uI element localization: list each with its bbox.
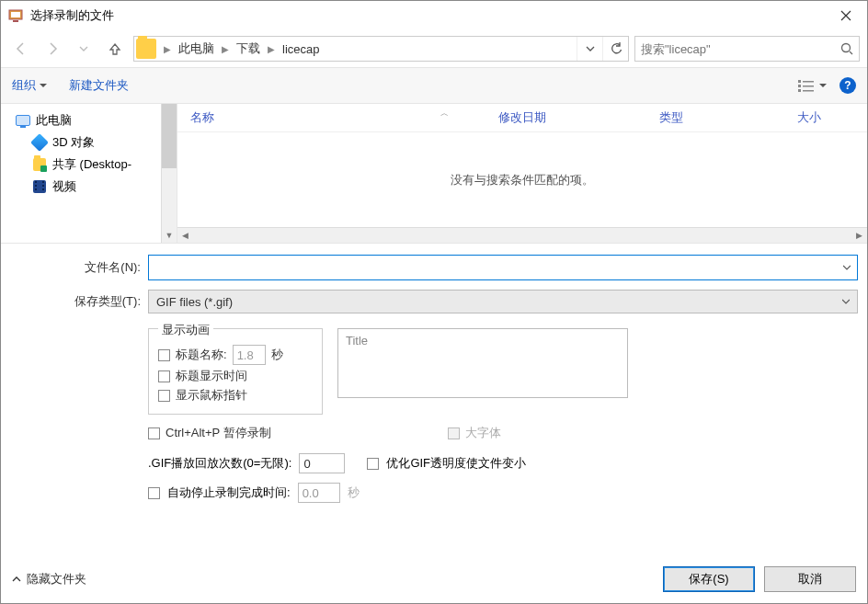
options-panel: 显示动画 标题名称: 1.8 秒 标题显示时间 显示鼠标指针 Ti <box>1 323 867 503</box>
help-button[interactable]: ? <box>839 77 856 94</box>
refresh-button[interactable] <box>602 37 628 61</box>
svg-rect-1 <box>11 12 20 17</box>
new-folder-button[interactable]: 新建文件夹 <box>69 77 129 94</box>
tree-scrollbar[interactable]: ▲ ▼ <box>161 104 177 243</box>
column-size[interactable]: 大小 <box>784 109 867 126</box>
title-name-checkbox[interactable] <box>158 349 170 361</box>
list-hscrollbar[interactable]: ◀ ▶ <box>177 227 867 243</box>
column-type[interactable]: 类型 <box>646 109 784 126</box>
hide-folders-label: 隐藏文件夹 <box>27 571 86 587</box>
loop-count-input[interactable]: 0 <box>299 453 345 473</box>
cancel-button[interactable]: 取消 <box>764 566 856 592</box>
save-type-value: GIF files (*.gif) <box>156 295 233 309</box>
show-cursor-label: 显示鼠标指针 <box>176 387 247 404</box>
explorer-body: 此电脑 3D 对象 共享 (Desktop- 视频 ▲ ▼ 名称 <box>1 104 867 244</box>
filename-input[interactable] <box>149 256 837 279</box>
svg-rect-5 <box>803 81 814 83</box>
svg-rect-2 <box>13 20 18 22</box>
search-field[interactable] <box>634 36 860 62</box>
hide-folders-toggle[interactable]: 隐藏文件夹 <box>12 571 86 587</box>
back-button[interactable] <box>8 36 34 62</box>
shared-folder-icon <box>32 157 47 172</box>
view-options-button[interactable] <box>798 79 827 92</box>
bigfont-checkbox <box>448 427 460 439</box>
autostop-checkbox[interactable] <box>148 487 160 499</box>
chevron-up-icon <box>12 575 21 584</box>
forward-button[interactable] <box>40 36 65 62</box>
svg-point-3 <box>842 44 851 52</box>
animation-legend: 显示动画 <box>158 322 213 338</box>
cube-icon <box>32 135 47 150</box>
column-date[interactable]: 修改日期 <box>485 109 646 126</box>
scroll-left-icon[interactable]: ◀ <box>177 228 193 244</box>
chevron-right-icon: ▶ <box>222 44 229 54</box>
column-headers: 名称 ︿ 修改日期 类型 大小 <box>177 104 867 132</box>
tree-item-3d[interactable]: 3D 对象 <box>1 131 177 154</box>
animation-fieldset: 显示动画 标题名称: 1.8 秒 标题显示时间 显示鼠标指针 <box>148 328 323 415</box>
autostop-label: 自动停止录制完成时间: <box>167 484 291 501</box>
window-title: 选择录制的文件 <box>30 7 825 24</box>
close-button[interactable] <box>825 1 867 30</box>
optimize-checkbox[interactable] <box>367 458 379 470</box>
file-fields: 文件名(N): 保存类型(T): GIF files (*.gif) <box>1 244 867 323</box>
up-button[interactable] <box>102 36 128 62</box>
organize-menu[interactable]: 组织 <box>12 77 47 94</box>
title-time-label: 标题显示时间 <box>176 368 247 384</box>
tree-item-share[interactable]: 共享 (Desktop- <box>1 154 177 176</box>
autostop-value-input[interactable]: 0.0 <box>298 483 340 503</box>
save-type-select[interactable]: GIF files (*.gif) <box>148 290 858 313</box>
search-icon[interactable] <box>840 42 853 55</box>
filename-dropdown[interactable] <box>837 256 857 279</box>
chevron-down-icon <box>842 298 850 305</box>
address-bar[interactable]: ▶ 此电脑 ▶ 下载 ▶ licecap <box>133 36 629 62</box>
tree-label: 共享 (Desktop- <box>52 156 131 173</box>
scroll-right-icon[interactable]: ▶ <box>851 228 867 244</box>
optimize-label: 优化GIF透明度使文件变小 <box>386 455 526 472</box>
pause-hotkey-label: Ctrl+Alt+P 暂停录制 <box>166 425 271 441</box>
footer: 隐藏文件夹 保存(S) 取消 <box>1 555 867 603</box>
tree-label: 视频 <box>52 178 76 195</box>
pause-hotkey-checkbox[interactable] <box>148 427 160 439</box>
title-duration-input[interactable]: 1.8 <box>233 345 266 365</box>
title-name-label: 标题名称: <box>176 347 227 363</box>
title-placeholder: Title <box>346 334 368 348</box>
file-list: 名称 ︿ 修改日期 类型 大小 没有与搜索条件匹配的项。 ◀ ▶ <box>177 104 867 243</box>
svg-rect-9 <box>803 90 814 92</box>
address-dropdown[interactable] <box>577 37 602 61</box>
breadcrumb: ▶ 此电脑 ▶ 下载 ▶ licecap <box>158 39 577 59</box>
sort-indicator-icon: ︿ <box>440 108 449 120</box>
title-textarea[interactable]: Title <box>337 328 628 398</box>
tree-item-pc[interactable]: 此电脑 <box>1 109 177 131</box>
video-icon <box>32 179 47 194</box>
list-view-icon <box>798 79 815 92</box>
chevron-down-icon <box>40 82 47 89</box>
scroll-down-icon[interactable]: ▼ <box>162 227 177 243</box>
crumb-licecap[interactable]: licecap <box>279 40 323 58</box>
show-cursor-checkbox[interactable] <box>158 390 170 402</box>
folder-icon <box>136 39 156 59</box>
svg-rect-8 <box>798 89 801 92</box>
seconds-label: 秒 <box>271 347 283 363</box>
filename-label: 文件名(N): <box>10 259 148 276</box>
save-button[interactable]: 保存(S) <box>663 566 755 592</box>
titlebar: 选择录制的文件 <box>1 1 867 30</box>
chevron-down-icon <box>819 82 827 89</box>
chevron-right-icon: ▶ <box>164 44 171 54</box>
tree-label: 3D 对象 <box>52 134 95 151</box>
tree-item-video[interactable]: 视频 <box>1 176 177 198</box>
scroll-thumb[interactable] <box>162 104 177 168</box>
pc-icon <box>16 113 30 128</box>
search-input[interactable] <box>641 42 840 56</box>
app-icon <box>8 8 23 23</box>
svg-rect-6 <box>798 85 801 87</box>
title-time-checkbox[interactable] <box>158 370 170 382</box>
new-folder-label: 新建文件夹 <box>69 77 129 94</box>
svg-rect-4 <box>798 80 801 83</box>
filename-combo[interactable] <box>148 255 858 280</box>
column-name[interactable]: 名称 ︿ <box>177 109 485 126</box>
organize-label: 组织 <box>12 77 36 94</box>
crumb-downloads[interactable]: 下载 <box>233 39 264 59</box>
recent-dropdown[interactable] <box>71 36 97 62</box>
autostop-sec-label: 秒 <box>348 484 360 501</box>
crumb-pc[interactable]: 此电脑 <box>175 39 218 59</box>
